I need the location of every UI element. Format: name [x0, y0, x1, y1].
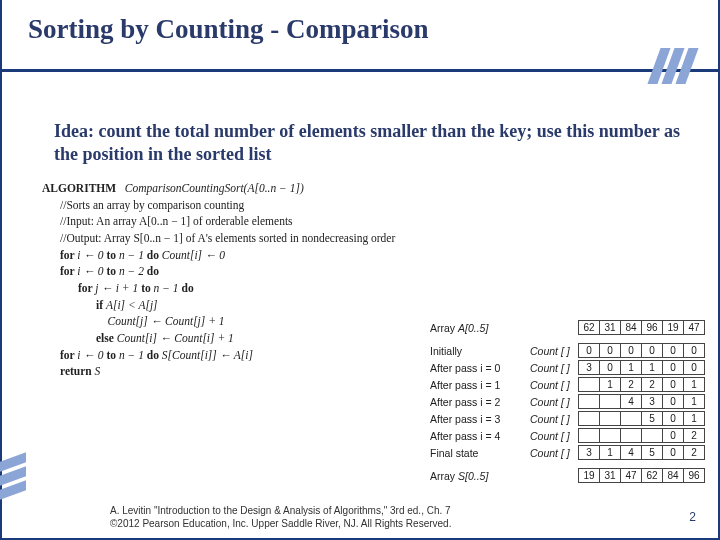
trace-array-S: Array S[0..5] 193147628496 [430, 468, 710, 483]
count-label: Count [ ] [530, 396, 578, 408]
table-cell: 96 [641, 320, 663, 335]
table-cell: 1 [599, 445, 621, 460]
table-cell: 0 [683, 360, 705, 375]
table-cell: 84 [662, 468, 684, 483]
table-cell: 3 [641, 394, 663, 409]
table-cell: 5 [641, 445, 663, 460]
trace-row-label: Initially [430, 345, 530, 357]
algo-line4: if A[i] < A[j] [42, 297, 450, 314]
table-cell [641, 428, 663, 443]
table-cell: 0 [599, 360, 621, 375]
table-cell: 2 [683, 445, 705, 460]
table-cell: 5 [641, 411, 663, 426]
title-bar: Sorting by Counting - Comparison [0, 0, 720, 72]
table-cell: 4 [620, 445, 642, 460]
trace-row-label: After pass i = 2 [430, 396, 530, 408]
idea-paragraph: Idea: count the total number of elements… [54, 120, 684, 166]
algo-comment2: //Input: An array A[0..n − 1] of orderab… [42, 213, 450, 230]
trace-row-label: After pass i = 4 [430, 430, 530, 442]
table-cell: 2 [641, 377, 663, 392]
table-cell: 0 [683, 343, 705, 358]
table-cell [578, 394, 600, 409]
table-cell: 0 [599, 343, 621, 358]
slide-title: Sorting by Counting - Comparison [28, 14, 692, 45]
table-cell: 0 [641, 343, 663, 358]
table-cell: 1 [641, 360, 663, 375]
algo-line7: for i ← 0 to n − 1 do S[Count[i]] ← A[i] [42, 347, 450, 364]
footer-citation: A. Levitin "Introduction to the Design &… [110, 505, 451, 530]
table-cell [620, 411, 642, 426]
table-cell: 0 [662, 377, 684, 392]
algo-line8: return S [42, 363, 450, 380]
algo-header: ALGORITHM ComparisonCountingSort(A[0..n … [42, 180, 450, 197]
trace-row-label: After pass i = 0 [430, 362, 530, 374]
decoration-top-right [650, 48, 692, 88]
table-cell: 3 [578, 445, 600, 460]
footer-line1: A. Levitin "Introduction to the Design &… [110, 505, 451, 518]
algo-line2: for i ← 0 to n − 2 do [42, 263, 450, 280]
table-cell: 0 [662, 411, 684, 426]
trace-row: InitiallyCount [ ]000000 [430, 343, 710, 358]
footer-line2: ©2012 Pearson Education, Inc. Upper Sadd… [110, 518, 451, 531]
algo-comment1: //Sorts an array by comparison counting [42, 197, 450, 214]
table-cell: 2 [620, 377, 642, 392]
table-cell: 0 [578, 343, 600, 358]
table-cell: 3 [578, 360, 600, 375]
algo-line3: for j ← i + 1 to n − 1 do [42, 280, 450, 297]
table-cell [578, 411, 600, 426]
table-cell: 84 [620, 320, 642, 335]
algorithm-box: ALGORITHM ComparisonCountingSort(A[0..n … [36, 175, 456, 385]
table-cell: 0 [662, 360, 684, 375]
count-label: Count [ ] [530, 345, 578, 357]
table-cell [578, 428, 600, 443]
count-label: Count [ ] [530, 379, 578, 391]
table-cell [599, 428, 621, 443]
table-cell: 62 [641, 468, 663, 483]
table-cell: 0 [662, 445, 684, 460]
count-label: Count [ ] [530, 447, 578, 459]
table-cell: 0 [662, 394, 684, 409]
table-cell: 31 [599, 468, 621, 483]
table-cell: 47 [683, 320, 705, 335]
table-cell [599, 394, 621, 409]
trace-row: After pass i = 4Count [ ]02 [430, 428, 710, 443]
table-cell: 0 [620, 343, 642, 358]
table-cell: 47 [620, 468, 642, 483]
decoration-bottom-left [0, 454, 26, 496]
algo-line1: for i ← 0 to n − 1 do Count[i] ← 0 [42, 247, 450, 264]
table-cell [578, 377, 600, 392]
table-cell: 1 [620, 360, 642, 375]
table-cell [620, 428, 642, 443]
count-label: Count [ ] [530, 430, 578, 442]
table-cell: 1 [683, 377, 705, 392]
algo-keyword: ALGORITHM [42, 182, 116, 194]
table-cell [599, 411, 621, 426]
trace-row-label: Final state [430, 447, 530, 459]
table-cell: 19 [578, 468, 600, 483]
table-cell: 2 [683, 428, 705, 443]
table-cell: 1 [599, 377, 621, 392]
table-cell: 1 [683, 394, 705, 409]
count-label: Count [ ] [530, 362, 578, 374]
trace-row: After pass i = 1Count [ ]12201 [430, 377, 710, 392]
trace-row: After pass i = 0Count [ ]301100 [430, 360, 710, 375]
table-cell: 31 [599, 320, 621, 335]
trace-row: Final stateCount [ ]314502 [430, 445, 710, 460]
algo-comment3: //Output: Array S[0..n − 1] of A's eleme… [42, 230, 450, 247]
table-cell: 96 [683, 468, 705, 483]
table-cell: 4 [620, 394, 642, 409]
trace-array-A: Array A[0..5] 623184961947 [430, 320, 710, 335]
trace-row-label: After pass i = 3 [430, 413, 530, 425]
count-label: Count [ ] [530, 413, 578, 425]
algo-line5: Count[j] ← Count[j] + 1 [42, 313, 450, 330]
trace-table: Array A[0..5] 623184961947 InitiallyCoun… [430, 320, 710, 485]
table-cell: 0 [662, 428, 684, 443]
table-cell: 62 [578, 320, 600, 335]
trace-row-label: After pass i = 1 [430, 379, 530, 391]
table-cell: 1 [683, 411, 705, 426]
table-cell: 0 [662, 343, 684, 358]
algo-name: ComparisonCountingSort(A[0..n − 1]) [125, 182, 304, 194]
table-cell: 19 [662, 320, 684, 335]
page-number: 2 [689, 510, 696, 524]
trace-row: After pass i = 2Count [ ]4301 [430, 394, 710, 409]
